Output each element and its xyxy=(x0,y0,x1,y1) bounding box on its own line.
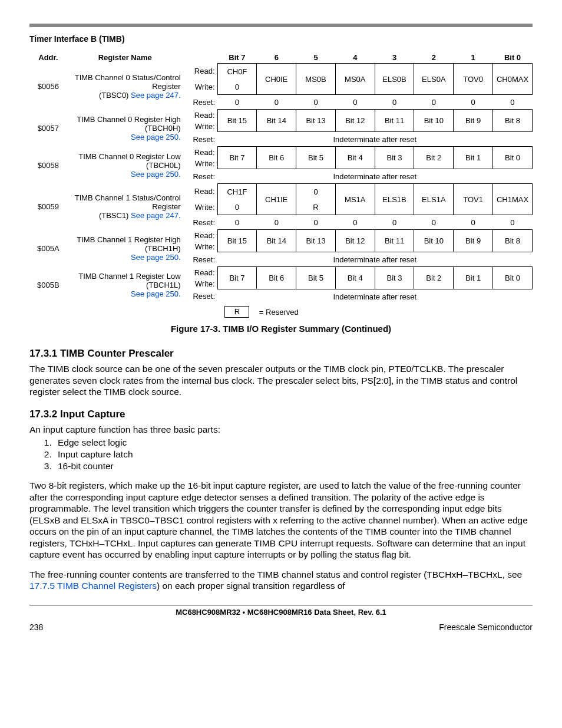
reset-cell: 0 xyxy=(217,95,257,110)
reset-cell: 0 xyxy=(492,95,532,110)
bit-cell: Bit 6 xyxy=(257,267,296,289)
list-item: 16-bit counter xyxy=(54,461,533,472)
page-link[interactable]: See page 250. xyxy=(131,253,181,262)
hdr-b3: 3 xyxy=(375,52,414,64)
list-item: Edge select logic xyxy=(54,437,533,448)
reset-cell: 0 xyxy=(296,95,336,110)
regname-cell: TIMB Channel 0 Status/ControlRegister(TB… xyxy=(67,64,187,110)
bit-cell: Bit 15 xyxy=(217,230,257,252)
regname-cell: TIMB Channel 0 Register Low(TBCH0L)See p… xyxy=(67,147,187,184)
bit-cell: Bit 0 xyxy=(492,147,532,169)
page-link[interactable]: See page 247. xyxy=(131,91,181,100)
figure-caption: Figure 17-3. TIMB I/O Register Summary (… xyxy=(29,324,533,334)
rw-label-write: Write: xyxy=(187,121,217,132)
bit-cell: Bit 2 xyxy=(414,267,454,289)
bit-cell: Bit 0 xyxy=(492,267,532,289)
footer-company: Freescale Semiconductor xyxy=(439,622,533,632)
header-rule xyxy=(29,24,533,27)
bit-cell: Bit 10 xyxy=(414,230,454,252)
para1-b: PTE0/TCLKB xyxy=(388,364,443,374)
reset-indeterminate: Indeterminate after reset xyxy=(217,169,532,184)
bit-cell: Bit 11 xyxy=(375,110,414,132)
link-channel-registers[interactable]: 17.7.5 TIMB Channel Registers xyxy=(29,581,157,591)
hdr-addr: Addr. xyxy=(29,52,67,64)
bit-cell: CH1MAX xyxy=(492,184,532,215)
hdr-b4: 4 xyxy=(335,52,375,64)
legend-R-box: R xyxy=(224,306,249,318)
bit-cell: Bit 4 xyxy=(335,147,375,169)
reset-cell: 0 xyxy=(335,95,375,110)
bit-cell: Bit 14 xyxy=(257,110,296,132)
regname-cell: TIMB Channel 1 Status/ControlRegister(TB… xyxy=(67,184,187,230)
bit-cell: CH0IE xyxy=(257,64,296,95)
rw-label-write: Write: xyxy=(187,199,217,215)
para-ic-intro: An input capture function has three basi… xyxy=(29,424,533,436)
bit-cell: CH0F xyxy=(217,64,257,80)
bit-cell: Bit 14 xyxy=(257,230,296,252)
footer-doc-title: MC68HC908MR32 • MC68HC908MR16 Data Sheet… xyxy=(29,608,533,617)
reset-indeterminate: Indeterminate after reset xyxy=(217,252,532,267)
page-link[interactable]: See page 250. xyxy=(131,133,181,141)
addr-cell: $0056 xyxy=(29,64,67,110)
page-link[interactable]: See page 247. xyxy=(131,211,181,220)
bit-cell: 0 xyxy=(217,199,257,215)
bit-cell: Bit 11 xyxy=(375,230,414,252)
footer-rule xyxy=(29,605,533,605)
hdr-b2: 2 xyxy=(414,52,454,64)
table-row-read: $0056TIMB Channel 0 Status/ControlRegist… xyxy=(29,64,533,80)
bit-cell: ELS1A xyxy=(414,184,454,215)
reset-cell: 0 xyxy=(454,95,493,110)
hdr-regname: Register Name xyxy=(67,52,187,64)
regname-cell: TIMB Channel 1 Register Low(TBCH1L)See p… xyxy=(67,267,187,304)
rw-label-write: Write: xyxy=(187,278,217,289)
reset-cell: 0 xyxy=(414,215,454,230)
rw-label-read: Read: xyxy=(187,230,217,241)
rw-label-write: Write: xyxy=(187,241,217,252)
reset-cell: 0 xyxy=(454,215,493,230)
bit-cell: Bit 7 xyxy=(217,267,257,289)
regname-cell: TIMB Channel 0 Register High(TBCH0H)See … xyxy=(67,110,187,147)
rw-label-read: Read: xyxy=(187,267,217,278)
bit-cell: Bit 13 xyxy=(296,230,336,252)
reset-cell: 0 xyxy=(375,95,414,110)
rw-label-read: Read: xyxy=(187,110,217,121)
legend-row: R = Reserved xyxy=(29,304,533,319)
table-header-row: Addr. Register Name Bit 7 6 5 4 3 2 1 Bi… xyxy=(29,52,533,64)
rw-label-read: Read: xyxy=(187,64,217,80)
bit-cell: MS0B xyxy=(296,64,336,95)
bit-cell: Bit 8 xyxy=(492,110,532,132)
bit-cell: Bit 15 xyxy=(217,110,257,132)
running-header: Timer Interface B (TIMB) xyxy=(29,34,533,44)
table-row-read: $0059TIMB Channel 1 Status/ControlRegist… xyxy=(29,184,533,200)
regname-cell: TIMB Channel 1 Register High(TBCH1H)See … xyxy=(67,230,187,267)
table-row-read: $0058TIMB Channel 0 Register Low(TBCH0L)… xyxy=(29,147,533,158)
bit-cell: Bit 5 xyxy=(296,267,336,289)
hdr-bit7: Bit 7 xyxy=(217,52,257,64)
bit-cell: MS1A xyxy=(335,184,375,215)
legend-text: = Reserved xyxy=(257,304,336,319)
bit-cell: TOV1 xyxy=(454,184,493,215)
bit-cell: Bit 5 xyxy=(296,147,336,169)
table-row-read: $005BTIMB Channel 1 Register Low(TBCH1L)… xyxy=(29,267,533,278)
rw-label-reset: Reset: xyxy=(187,95,217,110)
bit-cell: Bit 12 xyxy=(335,230,375,252)
bit-cell: 0 xyxy=(296,184,336,200)
heading-input-capture: 17.3.2 Input Capture xyxy=(29,409,533,420)
reset-cell: 0 xyxy=(335,215,375,230)
bit-cell: Bit 1 xyxy=(454,147,493,169)
bit-cell: ELS1B xyxy=(375,184,414,215)
page-link[interactable]: See page 250. xyxy=(131,170,181,179)
reset-cell: 0 xyxy=(257,95,296,110)
rw-label-reset: Reset: xyxy=(187,132,217,147)
para1-a: The TIMB clock source can be one of the … xyxy=(29,364,388,374)
input-capture-list: Edge select logic Input capture latch 16… xyxy=(54,437,533,472)
para2-b: ) on each proper signal transition regar… xyxy=(157,581,345,591)
reset-indeterminate: Indeterminate after reset xyxy=(217,132,532,147)
page-link[interactable]: See page 250. xyxy=(131,289,181,298)
heading-prescaler: 17.3.1 TIMB Counter Prescaler xyxy=(29,348,533,360)
rw-label-reset: Reset: xyxy=(187,169,217,184)
bit-cell: Bit 2 xyxy=(414,147,454,169)
reset-cell: 0 xyxy=(296,215,336,230)
para-ic-body1: Two 8-bit registers, which make up the 1… xyxy=(29,480,533,561)
bit-cell: Bit 13 xyxy=(296,110,336,132)
